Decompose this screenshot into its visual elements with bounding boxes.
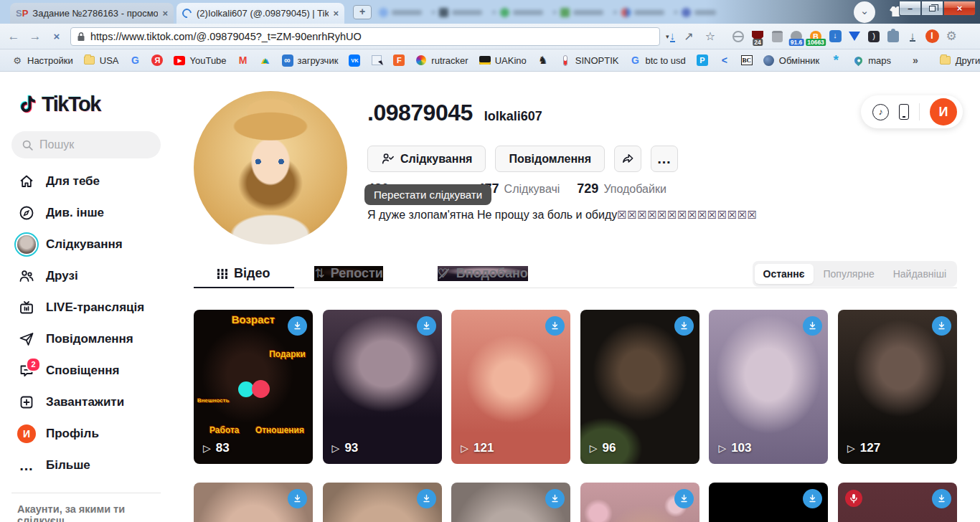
bitcoin-extension-icon[interactable]: B10663 [809,29,823,44]
sort-popular[interactable]: Популярне [815,264,883,284]
sidebar-item-notifications[interactable]: 2 Сповіщення [0,355,172,386]
bookmark-sinoptik[interactable]: SINOPTIK [560,54,619,66]
download-icon[interactable] [674,489,694,508]
sidebar-item-live[interactable]: LIVE-трансляція [0,292,172,323]
download-icon[interactable] [803,489,822,508]
address-bar[interactable]: https://www.tiktok.com/@.09879045?_t=ZM-… [70,27,660,46]
video-card[interactable]: ▷96 [580,310,699,464]
globe-extension-icon[interactable] [731,29,745,44]
v-extension-icon[interactable] [847,29,862,44]
video-downloader-extension-icon[interactable]: ↓ [828,29,842,44]
sort-latest[interactable]: Останнє [755,264,814,284]
download-icon[interactable] [288,489,307,508]
sidebar-item-following[interactable]: Слідкування [0,229,172,260]
video-card[interactable] [838,483,957,522]
blurred-tab[interactable]: × [491,4,542,20]
save-download-extension-icon[interactable]: ↓ [905,29,920,44]
stat-likes[interactable]: 729Уподобайки [577,181,666,196]
settings-gear-icon[interactable]: ⚙ [944,29,958,44]
video-card[interactable]: ▷103 [709,310,828,464]
video-card[interactable] [451,483,570,522]
puzzle-extensions-icon[interactable] [886,29,900,44]
more-options-button[interactable]: … [651,146,678,172]
bookmark-rutracker[interactable]: rutracker [415,54,468,66]
share-button[interactable] [614,146,641,172]
bookmark-vk[interactable]: VK [349,54,360,66]
blurred-tab[interactable]: × [674,4,716,20]
search-box[interactable] [11,131,161,158]
tab-search-chevron-button[interactable]: ⌄ [854,1,875,23]
sidebar-item-profile[interactable]: И Профіль [0,418,172,450]
sort-oldest[interactable]: Найдавніші [885,264,955,284]
sidebar-item-for-you[interactable]: Для тебе [0,166,172,197]
download-icon[interactable] [545,316,565,336]
video-card[interactable]: ▷93 [323,310,442,464]
bookmark-translate[interactable] [371,54,382,66]
video-card[interactable] [580,483,699,522]
video-card[interactable] [194,483,313,522]
bookmark-google[interactable]: G [129,54,141,66]
bookmark-maps[interactable]: maps [852,54,891,66]
other-bookmarks-folder[interactable]: Другие закладки [940,54,980,66]
back-icon[interactable]: ← [6,29,22,44]
profile-photo[interactable] [194,91,347,245]
bookmark-star-icon[interactable]: ☆ [702,29,718,43]
minimize-button[interactable]: – [899,1,921,16]
blurred-tab[interactable] [379,4,422,20]
bookmark-f[interactable]: F [393,54,405,66]
bookmarks-overflow-icon[interactable]: » [913,54,918,66]
following-button[interactable]: Слідкування [367,146,486,172]
download-icon[interactable] [674,316,694,336]
bookmark-exchange[interactable]: Обмінник [763,54,819,66]
tab-reposts[interactable]: ⇅ Репости [314,266,382,281]
bookmark-downloader[interactable]: ∞загрузчик [282,54,339,66]
search-input[interactable] [39,138,147,151]
sidebar-item-upload[interactable]: Завантажити [0,386,172,418]
blurred-tab[interactable]: × [613,4,664,20]
close-button[interactable]: × [943,1,976,16]
bookmark-chess[interactable]: ♞ [537,54,549,66]
tiktok-logo[interactable]: TikTok [17,92,172,116]
sidebar-item-more[interactable]: … Більше [0,450,172,481]
download-icon[interactable] [932,489,951,508]
browser-tab-tiktok[interactable]: (2)Iolkali607 (@.09879045) | TikTok × [176,3,344,24]
ublock-extension-icon[interactable]: 24 [750,29,765,44]
tab-videos[interactable]: Відео [217,266,270,281]
new-tab-button[interactable]: + [353,5,372,19]
bookmark-usa-folder[interactable]: USA [84,54,119,66]
sidebar-item-friends[interactable]: Друзі [0,260,172,292]
bookmark-uakino[interactable]: UAKino [479,54,527,66]
stop-icon[interactable]: × [49,30,65,42]
video-card[interactable] [709,483,828,522]
sidebar-item-messages[interactable]: Повідомлення [0,323,172,355]
sidebar-item-explore[interactable]: Див. інше [0,197,172,229]
bookmark-bc[interactable]: BC [741,54,753,66]
browser-profile-avatar[interactable]: I [925,29,939,44]
bookmark-settings[interactable]: ⚙Настройки [11,54,73,66]
bookmark-yandex[interactable]: Я [151,54,163,66]
bookmark-chevron[interactable]: < [719,54,730,66]
bookmark-youtube[interactable]: ▶YouTube [174,54,226,66]
bookmark-gmail[interactable]: M [237,54,249,66]
get-app-icon[interactable] [899,104,909,120]
message-button[interactable]: Повідомлення [495,146,605,172]
speedtest-extension-icon[interactable]: 91.6 [789,29,804,44]
video-card[interactable] [323,483,442,522]
tab-close-icon[interactable]: × [162,8,168,19]
tab-liked[interactable]: ♡ Вподобано [438,266,528,281]
bookmark-drive[interactable]: ▲ [260,54,271,66]
downloads-button[interactable]: ▾↓ [666,31,675,42]
bookmark-btc[interactable]: Gbtc to usd [629,54,685,66]
account-avatar[interactable]: И [930,98,957,125]
blurred-tab[interactable]: × [431,4,482,20]
video-card[interactable]: ▷121 [451,310,570,464]
blurred-tab[interactable]: × [552,4,603,20]
download-icon[interactable] [417,489,436,508]
video-card[interactable]: ▷127 [838,310,957,464]
download-icon[interactable] [288,316,307,336]
download-icon[interactable] [545,489,565,508]
restore-button[interactable] [921,1,943,16]
bookmark-kyivstar[interactable]: * [830,54,842,66]
coins-icon[interactable]: ♪ [872,104,889,120]
download-icon[interactable] [417,316,436,336]
